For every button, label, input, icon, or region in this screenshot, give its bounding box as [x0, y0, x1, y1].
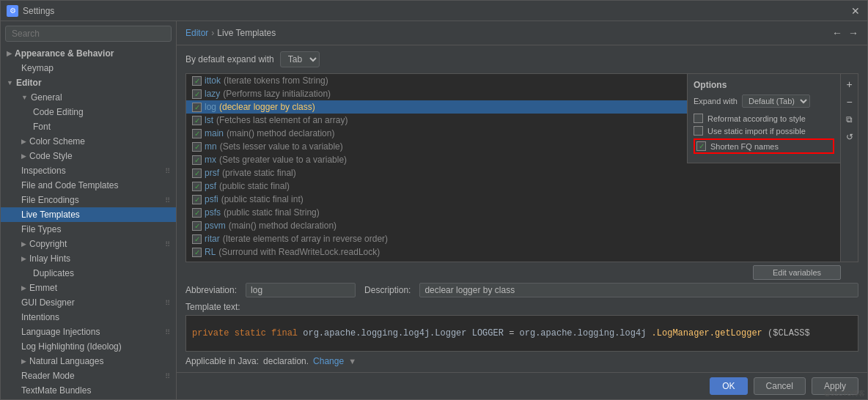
- item-checkbox[interactable]: [192, 76, 202, 86]
- expand-arrow: ▶: [21, 284, 26, 292]
- applicable-prefix: Applicable in Java:: [185, 356, 259, 366]
- sidebar-item-inlay-hints[interactable]: ▶ Inlay Hints: [1, 251, 176, 266]
- sidebar-label: General: [31, 92, 62, 103]
- item-checkbox[interactable]: [192, 168, 202, 178]
- abbreviation-label: Abbreviation:: [185, 285, 237, 295]
- sidebar-item-log-highlighting[interactable]: Log Highlighting (Ideolog): [1, 339, 176, 354]
- search-input[interactable]: [5, 26, 172, 42]
- item-checkbox[interactable]: [192, 182, 202, 191]
- abbreviation-input[interactable]: [246, 283, 356, 297]
- sidebar-item-editor[interactable]: ▼ Editor: [1, 75, 176, 90]
- list-item[interactable]: psfs (public static final String): [186, 206, 840, 219]
- sidebar-label: Intentions: [21, 312, 59, 322]
- item-checkbox[interactable]: [192, 142, 202, 152]
- sidebar-item-reader-mode[interactable]: Reader Mode ⠿: [1, 368, 176, 383]
- template-text-area[interactable]: private static final org.apache.logging.…: [185, 315, 858, 352]
- titlebar: ⚙ Settings ✕: [1, 1, 867, 21]
- sidebar-item-general[interactable]: ▼ General: [1, 90, 176, 105]
- list-item[interactable]: RL (Surround with ReadWriteLock.readLock…: [186, 245, 840, 259]
- expand-arrow: ▶: [7, 50, 12, 57]
- sidebar-label: Copyright: [29, 239, 67, 249]
- options-title: Options: [694, 80, 834, 90]
- copyright-watermark: @51CTO博客: [824, 389, 865, 399]
- sidebar-item-font[interactable]: Font: [1, 119, 176, 134]
- sidebar-item-copyright[interactable]: ▶ Copyright ⠿: [1, 237, 176, 251]
- ok-button[interactable]: OK: [710, 377, 747, 395]
- list-item[interactable]: psvm (main() method declaration): [186, 219, 840, 232]
- drag-icon: ⠿: [165, 372, 170, 380]
- add-button[interactable]: +: [842, 77, 857, 92]
- sidebar-item-code-editing[interactable]: Code Editing: [1, 105, 176, 119]
- list-item[interactable]: psf (public static final): [186, 179, 840, 193]
- drag-icon: ⠿: [165, 299, 170, 307]
- change-link[interactable]: Change: [313, 356, 344, 366]
- expand-arrow: ▼: [21, 94, 28, 101]
- sidebar-item-textmate-bundles[interactable]: TextMate Bundles: [1, 383, 176, 398]
- list-item[interactable]: psfi (public static final int): [186, 193, 840, 206]
- item-checkbox[interactable]: [192, 234, 202, 244]
- sidebar-label: Code Editing: [33, 107, 84, 117]
- sidebar-item-keymap[interactable]: Keymap: [1, 61, 176, 75]
- sidebar-label: Inspections: [21, 166, 66, 176]
- drag-icon: ⠿: [165, 196, 170, 204]
- sidebar-label: File Encodings: [21, 195, 79, 205]
- sidebar-item-gui-designer[interactable]: GUI Designer ⠿: [1, 295, 176, 310]
- expand-with-label: Expand with: [694, 97, 738, 105]
- sidebar-item-intentions[interactable]: Intentions: [1, 310, 176, 325]
- reformat-checkbox[interactable]: [694, 114, 703, 123]
- item-checkbox[interactable]: [192, 195, 202, 204]
- close-button[interactable]: ✕: [850, 5, 861, 17]
- sidebar-item-color-scheme[interactable]: ▶ Color Scheme: [1, 134, 176, 149]
- reformat-label: Reformat according to style: [707, 114, 806, 123]
- sidebar: ▶ Appearance & Behavior Keymap ▼ Editor …: [1, 21, 177, 399]
- template-code: private static final org.apache.logging.…: [192, 328, 810, 338]
- static-import-label: Use static import if possible: [707, 127, 806, 136]
- copy-button[interactable]: ⧉: [842, 112, 857, 127]
- item-checkbox[interactable]: [192, 155, 202, 165]
- app-icon: ⚙: [7, 5, 18, 17]
- restore-button[interactable]: ↺: [842, 130, 857, 144]
- sidebar-label: Natural Languages: [29, 356, 103, 366]
- list-item[interactable]: ritar (Iterate elements of array in reve…: [186, 232, 840, 245]
- sidebar-label: GUI Designer: [21, 297, 75, 308]
- breadcrumb-editor[interactable]: Editor: [185, 28, 208, 38]
- sidebar-item-natural-languages[interactable]: ▶ Natural Languages: [1, 354, 176, 368]
- list-item[interactable]: prsf (private static final): [186, 166, 840, 179]
- static-import-checkbox[interactable]: [694, 126, 703, 136]
- options-expand-select[interactable]: Default (Tab): [742, 95, 810, 108]
- item-checkbox[interactable]: [192, 89, 202, 99]
- expand-arrow: ▶: [21, 255, 26, 262]
- expand-with-select[interactable]: Tab: [280, 51, 320, 67]
- sidebar-item-file-encodings[interactable]: File Encodings ⠿: [1, 193, 176, 207]
- sidebar-item-file-types[interactable]: File Types: [1, 222, 176, 237]
- sidebar-label: Font: [33, 122, 51, 132]
- item-checkbox[interactable]: [192, 129, 202, 138]
- template-text-label: Template text:: [185, 302, 858, 312]
- item-checkbox[interactable]: [192, 116, 202, 125]
- item-checkbox[interactable]: [192, 221, 202, 231]
- item-checkbox[interactable]: [192, 208, 202, 218]
- item-checkbox[interactable]: [192, 248, 202, 257]
- shorten-checkbox[interactable]: ✓: [696, 141, 706, 151]
- cancel-button[interactable]: Cancel: [754, 377, 806, 395]
- nav-back-button[interactable]: ←: [832, 27, 842, 39]
- remove-button[interactable]: −: [842, 95, 857, 109]
- sidebar-item-emmet[interactable]: ▶ Emmet: [1, 281, 176, 295]
- sidebar-item-duplicates[interactable]: Duplicates: [1, 266, 176, 281]
- edit-variables-button[interactable]: Edit variables: [753, 265, 841, 280]
- sidebar-item-appearance-behavior[interactable]: ▶ Appearance & Behavior: [1, 46, 176, 61]
- applicable-row: Applicable in Java: declaration. Change …: [185, 356, 858, 366]
- sidebar-label: Live Templates: [21, 210, 80, 220]
- reformat-row: Reformat according to style: [694, 114, 834, 123]
- sidebar-item-inspections[interactable]: Inspections ⠿: [1, 163, 176, 178]
- expand-arrow: ▶: [21, 358, 26, 365]
- sidebar-item-code-style[interactable]: ▶ Code Style: [1, 149, 176, 163]
- item-checkbox[interactable]: [192, 103, 202, 112]
- sidebar-label: Duplicates: [33, 268, 74, 278]
- sidebar-item-file-code-templates[interactable]: File and Code Templates: [1, 178, 176, 193]
- description-input[interactable]: [419, 283, 858, 297]
- options-panel: Options Expand with Default (Tab) Reform…: [687, 73, 841, 163]
- sidebar-item-live-templates[interactable]: Live Templates: [1, 207, 176, 222]
- nav-forward-button[interactable]: →: [848, 27, 858, 39]
- sidebar-item-language-injections[interactable]: Language Injections ⠿: [1, 325, 176, 339]
